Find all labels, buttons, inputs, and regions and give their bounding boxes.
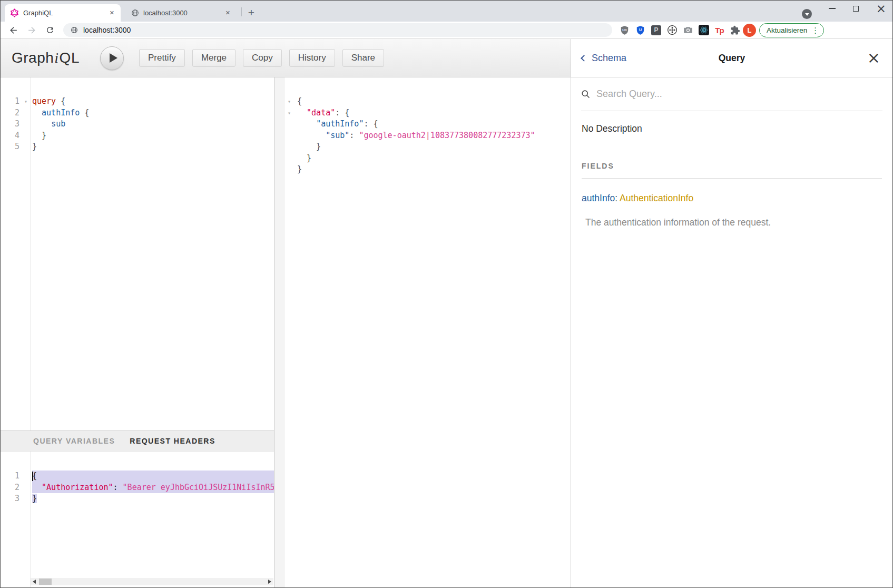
forward-button[interactable] [26, 25, 37, 35]
code-line: ▾ "data": { [274, 107, 571, 119]
graphiql-logo: GraphiQL [12, 50, 80, 66]
fold-gutter [19, 471, 32, 482]
fold-arrow-icon[interactable]: ▾ [283, 107, 295, 119]
query-pane: 1▾query {2 authInfo {3 sub4 }5} QUERY VA… [1, 77, 274, 587]
code-text: "authInfo": { [297, 119, 378, 129]
prettify-button[interactable]: Prettify [139, 49, 185, 67]
result-viewer[interactable]: ▾{▾ "data": { "authInfo": { "sub": "goog… [274, 77, 571, 587]
code-text: "sub": "google-oauth2|108377380082777232… [297, 131, 535, 140]
site-globe-icon [71, 26, 78, 34]
doc-explorer-body: No Description FIELDS authInfo: Authenti… [571, 111, 892, 228]
line-number: 2 [1, 482, 19, 494]
browser-toolbar: localhost:3000 UO U P [1, 22, 892, 39]
code-line: 1▾query { [1, 96, 274, 107]
editor-area: 1▾query {2 authInfo {3 sub4 }5} QUERY VA… [1, 77, 571, 587]
move-tool-extension-icon[interactable] [666, 25, 678, 36]
scrollbar-thumb[interactable] [39, 579, 52, 585]
kebab-menu-icon: ⋮ [811, 26, 819, 34]
play-icon [110, 53, 117, 63]
code-line: } [274, 153, 571, 164]
doc-close-button[interactable]: × [867, 50, 880, 66]
tab-close-icon[interactable]: × [107, 8, 116, 17]
browser-window: GraphiQL × localhost:3000 × + × [0, 0, 893, 588]
fold-arrow-icon[interactable]: ▾ [19, 96, 32, 107]
line-number: 3 [1, 119, 19, 130]
tab-query-variables[interactable]: QUERY VARIABLES [33, 437, 115, 445]
graphiql-topbar: GraphiQL Prettify Merge Copy History Sha… [1, 39, 571, 77]
field-type-link[interactable]: AuthenticationInfo [620, 193, 693, 203]
request-headers-editor[interactable]: 1{2 "Authorization": "Bearer eyJhbGciOiJ… [1, 452, 274, 587]
tab-title: GraphiQL [23, 9, 107, 17]
p-extension-icon[interactable]: P [651, 25, 662, 36]
tampermonkey-extension-icon[interactable]: Tp [714, 25, 725, 36]
code-text: query { [32, 96, 274, 107]
code-text: } [297, 142, 321, 151]
line-number: 1 [1, 471, 19, 482]
window-controls: × [829, 2, 886, 15]
line-number: 2 [1, 107, 19, 119]
tab-title: localhost:3000 [143, 9, 223, 17]
camera-extension-icon[interactable] [682, 25, 693, 36]
code-text: "Authorization": "Bearer eyJhbGciOiJSUzI… [32, 482, 274, 494]
code-text: sub [32, 119, 274, 130]
code-line: 3 sub [1, 119, 274, 130]
window-close-button[interactable]: × [876, 3, 886, 14]
globe-favicon-icon [131, 9, 139, 17]
code-text: { [32, 471, 274, 482]
code-text: "data": { [297, 108, 349, 117]
tab-search-button[interactable] [802, 9, 812, 19]
code-text: { [297, 96, 302, 106]
code-line: 4 } [1, 130, 274, 142]
scroll-right-arrow-icon[interactable] [268, 580, 271, 584]
bitwarden-extension-icon[interactable]: U [635, 25, 646, 36]
address-bar[interactable]: localhost:3000 [63, 23, 612, 37]
copy-button[interactable]: Copy [243, 49, 282, 67]
code-line: 5} [1, 141, 274, 153]
code-line: 2 "Authorization": "Bearer eyJhbGciOiJSU… [1, 482, 274, 494]
code-line: 1{ [1, 471, 274, 482]
execute-query-button[interactable] [100, 46, 124, 70]
horizontal-scrollbar[interactable] [31, 578, 273, 585]
search-icon [581, 90, 591, 99]
code-line: } [274, 141, 571, 153]
back-button[interactable] [8, 25, 18, 35]
doc-explorer-panel: Schema Query × No Description FIELDS aut… [571, 39, 892, 587]
field-description: The authentication information of the re… [585, 217, 882, 228]
doc-back-label: Schema [592, 53, 626, 64]
code-line: 2 authInfo { [1, 107, 274, 119]
tab-close-icon[interactable]: × [223, 8, 232, 17]
query-editor[interactable]: 1▾query {2 authInfo {3 sub4 }5} [1, 77, 274, 430]
maximize-button[interactable] [853, 6, 859, 12]
profile-avatar[interactable]: L [743, 24, 756, 37]
tab-localhost[interactable]: localhost:3000 × [126, 4, 237, 22]
new-tab-button[interactable]: + [244, 6, 258, 20]
field-name-link[interactable]: authInfo [582, 193, 615, 203]
chevron-down-icon [805, 13, 809, 16]
ublock-extension-icon[interactable]: UO [619, 25, 630, 36]
fold-gutter [19, 107, 32, 119]
minimize-button[interactable] [829, 8, 836, 9]
line-number: 1 [1, 96, 19, 107]
line-number: 5 [1, 141, 19, 153]
tab-separator [241, 7, 242, 16]
chrome-update-button[interactable]: Aktualisieren ⋮ [759, 23, 824, 37]
line-number: 4 [1, 130, 19, 142]
reload-button[interactable] [45, 25, 55, 35]
svg-text:U: U [639, 28, 642, 32]
share-button[interactable]: Share [342, 49, 384, 67]
doc-search-input[interactable] [596, 89, 882, 100]
extensions-puzzle-icon[interactable] [730, 25, 741, 36]
tab-request-headers[interactable]: REQUEST HEADERS [130, 437, 215, 445]
code-line: "sub": "google-oauth2|108377380082777232… [274, 130, 571, 142]
extensions-area: UO U P Tp [619, 25, 741, 36]
type-description: No Description [582, 123, 882, 134]
doc-back-link[interactable]: Schema [582, 53, 626, 64]
scroll-left-arrow-icon[interactable] [33, 580, 36, 584]
svg-text:UO: UO [622, 28, 627, 31]
react-devtools-extension-icon[interactable] [698, 25, 709, 36]
tab-graphiql[interactable]: GraphiQL × [5, 4, 121, 22]
fold-arrow-icon[interactable]: ▾ [283, 96, 295, 107]
chevron-left-icon [581, 55, 587, 62]
merge-button[interactable]: Merge [192, 49, 235, 67]
history-button[interactable]: History [289, 49, 335, 67]
